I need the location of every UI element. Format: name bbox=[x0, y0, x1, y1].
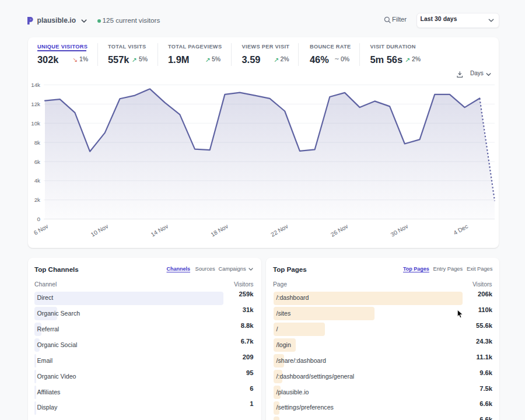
svg-text:14k: 14k bbox=[31, 82, 40, 88]
svg-text:12k: 12k bbox=[31, 101, 40, 107]
svg-text:22 Nov: 22 Nov bbox=[270, 223, 289, 238]
svg-text:18 Nov: 18 Nov bbox=[209, 223, 229, 238]
svg-text:4 Dec: 4 Dec bbox=[453, 223, 470, 236]
svg-text:10 Nov: 10 Nov bbox=[90, 223, 110, 238]
svg-text:8k: 8k bbox=[34, 139, 40, 146]
svg-text:10k: 10k bbox=[31, 120, 40, 127]
svg-text:14 Nov: 14 Nov bbox=[150, 223, 170, 238]
svg-text:2k: 2k bbox=[34, 197, 40, 203]
svg-text:30 Nov: 30 Nov bbox=[390, 223, 410, 238]
svg-text:4k: 4k bbox=[34, 177, 40, 184]
svg-text:6 Nov: 6 Nov bbox=[33, 223, 50, 236]
svg-text:0: 0 bbox=[37, 216, 41, 222]
svg-text:26 Nov: 26 Nov bbox=[330, 223, 349, 238]
svg-text:6k: 6k bbox=[34, 159, 40, 165]
